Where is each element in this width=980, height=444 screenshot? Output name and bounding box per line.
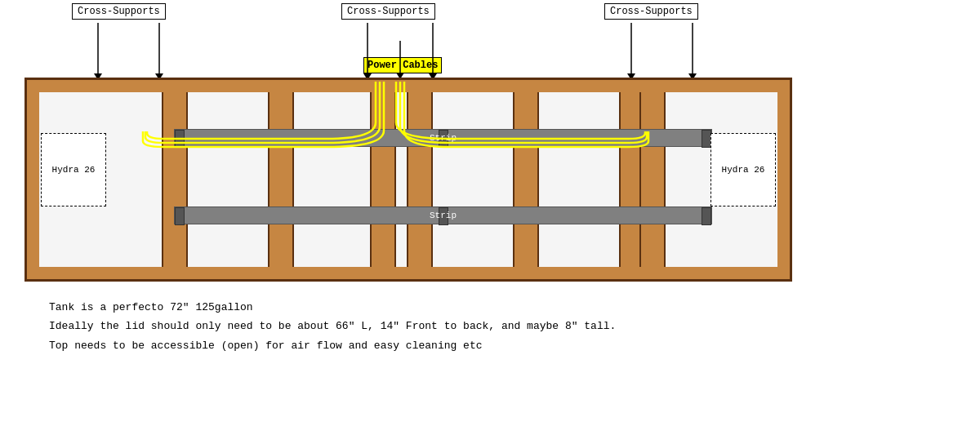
light-strip-top: Strip <box>174 129 712 147</box>
hydra-left: Hydra 26 <box>41 133 106 206</box>
info-line1: Tank is a perfecto 72" 125gallon <box>49 298 616 317</box>
cross-bar-4 <box>407 92 433 267</box>
cross-supports-center-label: Cross-Supports <box>341 3 435 20</box>
cross-bar-1 <box>162 92 188 267</box>
cross-bar-2 <box>268 92 294 267</box>
cross-bar-7 <box>639 92 666 267</box>
strip1-label: Strip <box>430 133 457 143</box>
info-area: Tank is a perfecto 72" 125gallon Ideally… <box>49 298 616 355</box>
tank-inner: Strip Strip Hydra 26 Hydra 26 <box>39 92 777 267</box>
cross-supports-left-label: Cross-Supports <box>72 3 166 20</box>
connector-left-top <box>175 130 185 148</box>
hydra-right: Hydra 26 <box>710 133 776 206</box>
tank-frame: Strip Strip Hydra 26 Hydra 26 <box>24 78 792 282</box>
power-cables-label: Power Cables <box>363 57 442 73</box>
diagram-area: Cross-Supports Cross-Supports Cross-Supp… <box>0 0 980 294</box>
info-line2: Ideally the lid should only need to be a… <box>49 317 616 335</box>
connector-left-bottom <box>175 207 185 225</box>
strip2-label: Strip <box>430 211 457 220</box>
info-line3: Top needs to be accessible (open) for ai… <box>49 336 616 355</box>
cross-bar-3 <box>370 92 396 267</box>
connector-right-bottom <box>702 207 711 225</box>
cross-bar-5 <box>513 92 539 267</box>
light-strip-bottom: Strip <box>174 206 712 224</box>
cross-supports-right-label: Cross-Supports <box>604 3 698 20</box>
